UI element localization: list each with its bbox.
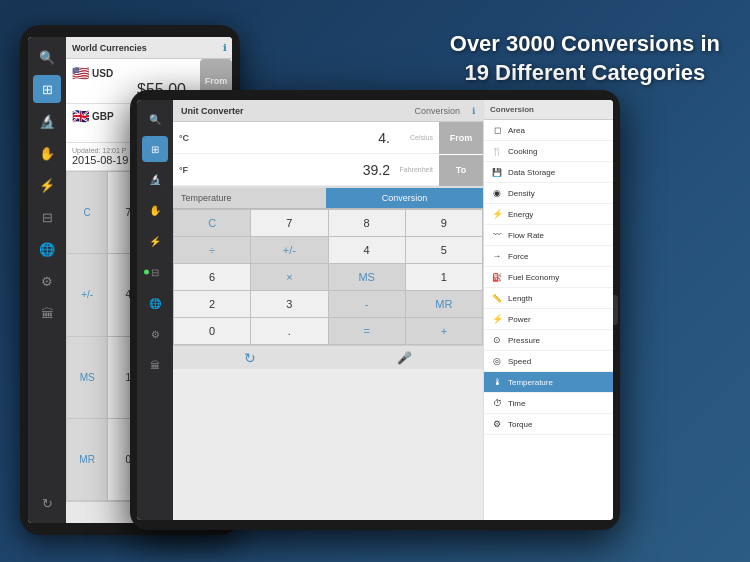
fkey-3[interactable]: 3 (251, 291, 327, 317)
fkey-4[interactable]: 4 (329, 237, 405, 263)
mic-icon-front[interactable]: 🎤 (397, 351, 412, 365)
topbar-back: World Currencies ℹ (66, 37, 232, 59)
cat-cooking[interactable]: 🍴 Cooking (484, 141, 613, 162)
power-icon: ⚡ (490, 312, 504, 326)
categories-panel: Conversion ◻ Area 🍴 Cooking 💾 Data Stora… (483, 100, 613, 520)
fkey-MS[interactable]: MS (329, 264, 405, 290)
front-to-button[interactable]: To (439, 155, 483, 187)
from-to-buttons: From To (439, 122, 483, 186)
cat-speed[interactable]: ◎ Speed (484, 351, 613, 372)
cat-force[interactable]: → Force (484, 246, 613, 267)
cat-area[interactable]: ◻ Area (484, 120, 613, 141)
fkey-dot[interactable]: . (251, 318, 327, 344)
celsius-code: °C (179, 133, 201, 143)
fsidebar-search[interactable]: 🔍 (141, 105, 169, 133)
fkey-eq[interactable]: = (329, 318, 405, 344)
sidebar-icon-microscope[interactable]: 🔬 (33, 107, 61, 135)
sidebar-icon-search[interactable]: 🔍 (33, 43, 61, 71)
sidebar-icon-bank[interactable]: 🏛 (33, 299, 61, 327)
hero-line2: 19 Different Categories (464, 60, 705, 85)
fsidebar-grid[interactable]: ⊞ (142, 136, 168, 162)
fahrenheit-row: °F 39.2 Fahrenheit (173, 154, 439, 186)
fsidebar-globe[interactable]: 🌐 (141, 289, 169, 317)
fkey-2[interactable]: 2 (174, 291, 250, 317)
fkey-add[interactable]: + (406, 318, 482, 344)
sidebar-back: 🔍 ⊞ 🔬 ✋ ⚡ ⊟ 🌐 ⚙ 🏛 ↻ (28, 37, 66, 523)
fkey-0[interactable]: 0 (174, 318, 250, 344)
green-indicator (144, 270, 149, 275)
cat-energy[interactable]: ⚡ Energy (484, 204, 613, 225)
sidebar-icon-hand[interactable]: ✋ (33, 139, 61, 167)
fkey-mul[interactable]: × (251, 264, 327, 290)
front-title: Unit Converter (181, 106, 410, 116)
fkey-9[interactable]: 9 (406, 210, 482, 236)
datastorage-icon: 💾 (490, 165, 504, 179)
front-ipad: 🔍 ⊞ 🔬 ✋ ⚡ ⊟ 🌐 ⚙ 🏛 Unit Converter Convers… (130, 90, 620, 530)
hero-line1: Over 3000 Conversions in (450, 31, 720, 56)
fsidebar-gear[interactable]: ⚙ (141, 320, 169, 348)
back-info-icon[interactable]: ℹ (223, 43, 226, 53)
fkey-1[interactable]: 1 (406, 264, 482, 290)
cat-datastorage[interactable]: 💾 Data Storage (484, 162, 613, 183)
refresh-icon-front[interactable]: ↻ (244, 350, 256, 366)
numpad-front: C 7 8 9 ÷ +/- 4 5 6 × MS 1 2 3 - MR 0 . … (173, 209, 483, 345)
fkey-MR[interactable]: MR (406, 291, 482, 317)
sidebar-icon-grid[interactable]: ⊞ (33, 75, 61, 103)
cat-temperature[interactable]: 🌡 Temperature (484, 372, 613, 393)
gbp-flag: 🇬🇧 (72, 108, 89, 124)
category-tabs: Temperature Conversion (173, 188, 483, 209)
fahrenheit-type: Fahrenheit (393, 166, 433, 173)
main-front: Unit Converter Conversion ℹ °C 4. Celsiu… (173, 100, 483, 520)
energy-icon: ⚡ (490, 207, 504, 221)
fsidebar-micro[interactable]: 🔬 (141, 165, 169, 193)
cat-time[interactable]: ⏱ Time (484, 393, 613, 414)
tab-temperature[interactable]: Temperature (173, 188, 326, 208)
cat-length[interactable]: 📏 Length (484, 288, 613, 309)
cat-pressure[interactable]: ⊙ Pressure (484, 330, 613, 351)
conversion-label: Conversion (414, 106, 460, 116)
cat-power[interactable]: ⚡ Power (484, 309, 613, 330)
cat-flowrate[interactable]: 〰 Flow Rate (484, 225, 613, 246)
fsidebar-light[interactable]: ⚡ (141, 227, 169, 255)
cooking-icon: 🍴 (490, 144, 504, 158)
fkey-pm[interactable]: +/- (251, 237, 327, 263)
back-title: World Currencies (72, 43, 147, 53)
force-icon: → (490, 249, 504, 263)
sidebar-icon-lightning[interactable]: ⚡ (33, 171, 61, 199)
sidebar-front: 🔍 ⊞ 🔬 ✋ ⚡ ⊟ 🌐 ⚙ 🏛 (137, 100, 173, 520)
sidebar-icon-refresh[interactable]: ↻ (33, 489, 61, 517)
celsius-value: 4. (201, 130, 390, 146)
front-from-button[interactable]: From (439, 122, 483, 154)
cat-fueleconomy[interactable]: ⛽ Fuel Economy (484, 267, 613, 288)
fkey-8[interactable]: 8 (329, 210, 405, 236)
categories-header: Conversion (484, 100, 613, 120)
key-C[interactable]: C (67, 172, 107, 253)
fkey-7[interactable]: 7 (251, 210, 327, 236)
fuel-icon: ⛽ (490, 270, 504, 284)
cat-torque[interactable]: ⚙ Torque (484, 414, 613, 435)
fkey-C[interactable]: C (174, 210, 250, 236)
fkey-sub[interactable]: - (329, 291, 405, 317)
fahrenheit-code: °F (179, 165, 201, 175)
temp-icon: 🌡 (490, 375, 504, 389)
sidebar-icon-gear[interactable]: ⚙ (33, 267, 61, 295)
fkey-div[interactable]: ÷ (174, 237, 250, 263)
front-info-icon[interactable]: ℹ (472, 106, 475, 116)
tab-conversion[interactable]: Conversion (326, 188, 483, 208)
fkey-5[interactable]: 5 (406, 237, 482, 263)
fkey-6[interactable]: 6 (174, 264, 250, 290)
speed-icon: ◎ (490, 354, 504, 368)
flowrate-icon: 〰 (490, 228, 504, 242)
key-MS[interactable]: MS (67, 337, 107, 418)
key-plusminus[interactable]: +/- (67, 254, 107, 335)
sidebar-icon-grid2[interactable]: ⊟ (33, 203, 61, 231)
cat-density[interactable]: ◉ Density (484, 183, 613, 204)
usd-code: USD (92, 68, 113, 79)
fsidebar-bank[interactable]: 🏛 (141, 351, 169, 379)
key-MR[interactable]: MR (67, 419, 107, 500)
fsidebar-grid2[interactable]: ⊟ (141, 258, 169, 286)
celsius-row: °C 4. Celsius (173, 122, 439, 154)
fsidebar-hand[interactable]: ✋ (141, 196, 169, 224)
gbp-code: GBP (92, 111, 114, 122)
sidebar-icon-globe[interactable]: 🌐 (33, 235, 61, 263)
